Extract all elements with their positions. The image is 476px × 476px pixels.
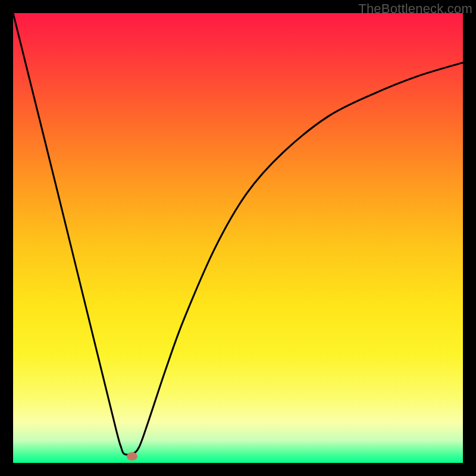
optimal-point-marker bbox=[127, 452, 137, 461]
chart-container: TheBottleneck.com bbox=[0, 0, 476, 476]
bottleneck-curve bbox=[13, 13, 463, 463]
